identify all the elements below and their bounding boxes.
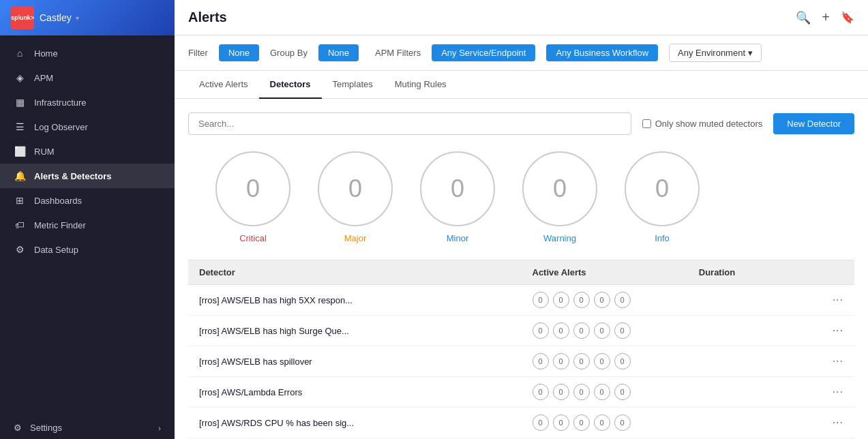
rum-icon: ⬜ [14,145,26,157]
alert-circle-4: 0 [594,414,610,431]
circle-critical: 0 Critical [202,151,304,243]
sidebar-item-dashboards-label: Dashboards [34,196,82,206]
detector-name[interactable]: [rros] AWS/ELB has spillover [188,350,522,374]
page-title: Alerts [188,10,227,25]
data-setup-icon: ⚙ [14,243,26,256]
alert-circle-1: 0 [533,384,549,400]
search-input-wrap [188,112,631,135]
minor-count: 0 [451,175,464,203]
alert-circle-1: 0 [533,292,549,308]
filter-none-button[interactable]: None [219,44,259,61]
sidebar-item-home-label: Home [34,48,58,59]
tab-detectors[interactable]: Detectors [259,71,322,99]
row-actions: ··· [688,318,854,344]
major-circle[interactable]: 0 [318,151,393,226]
group-by-none-button[interactable]: None [318,44,359,61]
sidebar-item-home[interactable]: ⌂ Home [0,41,175,65]
user-menu[interactable]: Castley ▾ [40,12,79,23]
sidebar-item-data-setup[interactable]: ⚙ Data Setup [0,237,175,262]
sidebar-nav: ⌂ Home ◈ APM ▦ Infrastructure ☰ Log Obse… [0,35,175,417]
table-row: [rros] AWS/Lambda Errors 0 0 0 0 0 ··· [188,377,854,408]
minor-label[interactable]: Minor [447,233,469,243]
row-more-button[interactable]: ··· [833,294,843,306]
sidebar-settings[interactable]: ⚙ Settings › [0,417,175,439]
group-by-label: Group By [270,48,308,58]
row-actions: ··· [688,348,854,374]
muted-detectors-checkbox-label[interactable]: Only show muted detectors [642,119,763,129]
detector-name[interactable]: [rros] AWS/Lambda Errors [188,380,522,404]
add-icon[interactable]: + [822,10,830,25]
apm-filters-label: APM Filters [375,48,421,58]
row-actions: ··· [688,410,854,436]
major-count: 0 [348,175,362,203]
main-content: Alerts 🔍 + 🔖 Filter None Group By None A… [175,0,868,439]
alerts-icon: 🔔 [14,170,26,182]
apm-icon: ◈ [14,72,26,84]
minor-circle[interactable]: 0 [420,151,495,226]
home-icon: ⌂ [14,47,26,59]
muted-detectors-checkbox[interactable] [642,119,651,128]
metric-finder-icon: 🏷 [14,219,26,231]
detector-name[interactable]: [rros] AWS/ELB has high Surge Que... [188,319,522,343]
alert-circle-5: 0 [614,384,631,400]
info-label[interactable]: Info [655,233,670,243]
circle-major: 0 Major [304,151,406,243]
environment-button[interactable]: Any Environment ▾ [669,44,762,62]
alert-circle-5: 0 [614,353,631,369]
sidebar-item-dashboards[interactable]: ⊞ Dashboards [0,188,175,213]
environment-label: Any Environment [678,48,745,58]
warning-circle[interactable]: 0 [522,151,597,226]
info-circle[interactable]: 0 [625,151,700,226]
topbar-actions: 🔍 + 🔖 [796,10,854,25]
critical-circle[interactable]: 0 [215,151,290,226]
sidebar-item-alerts-label: Alerts & Detectors [34,171,111,181]
alerts-cell: 0 0 0 0 0 [522,346,688,376]
sidebar-item-rum[interactable]: ⬜ RUM [0,139,175,164]
alert-circle-5: 0 [614,322,631,339]
bookmark-icon[interactable]: 🔖 [841,11,854,24]
business-workflow-button[interactable]: Any Business Workflow [546,44,658,61]
alert-circle-5: 0 [614,292,631,308]
sidebar-item-data-setup-label: Data Setup [34,245,78,255]
search-input[interactable] [188,112,631,135]
sidebar-item-log-observer[interactable]: ☰ Log Observer [0,115,175,139]
new-detector-button[interactable]: New Detector [773,113,854,134]
row-more-button[interactable]: ··· [833,417,843,429]
search-icon[interactable]: 🔍 [796,10,811,25]
th-detector: Detector [188,260,522,284]
critical-count: 0 [246,175,260,203]
row-more-button[interactable]: ··· [833,324,843,337]
warning-label[interactable]: Warning [543,233,576,243]
sidebar-item-alerts-detectors[interactable]: 🔔 Alerts & Detectors [0,164,175,188]
alerts-cell: 0 0 0 0 0 [522,377,688,407]
table-row: [rros] AWS/RDS CPU % has been sig... 0 0… [188,408,854,438]
row-more-button[interactable]: ··· [833,355,843,367]
tab-muting-rules[interactable]: Muting Rules [384,71,458,99]
warning-count: 0 [553,175,567,203]
alert-circle-3: 0 [573,292,590,308]
detector-name[interactable]: [rros] AWS/ELB has high 5XX respon... [188,288,522,312]
sidebar-item-infrastructure[interactable]: ▦ Infrastructure [0,90,175,115]
alert-circle-4: 0 [594,353,610,369]
tab-active-alerts[interactable]: Active Alerts [188,71,259,99]
settings-chevron-icon: › [158,424,161,432]
major-label[interactable]: Major [344,233,367,243]
settings-label: Settings [30,423,62,433]
muted-detectors-label: Only show muted detectors [655,119,763,129]
service-endpoint-button[interactable]: Any Service/Endpoint [432,44,535,61]
search-row: Only show muted detectors New Detector [188,112,854,135]
sidebar-item-rum-label: RUM [34,147,55,157]
alert-circle-3: 0 [573,384,590,400]
alert-circle-2: 0 [553,353,569,369]
filter-bar: Filter None Group By None APM Filters An… [175,35,868,71]
row-more-button[interactable]: ··· [833,386,843,398]
alert-circle-2: 0 [553,322,569,339]
dashboards-icon: ⊞ [14,194,26,207]
alert-circle-4: 0 [594,292,610,308]
critical-label[interactable]: Critical [239,233,267,243]
detector-name[interactable]: [rros] AWS/RDS CPU % has been sig... [188,411,522,435]
tab-templates[interactable]: Templates [322,71,384,99]
alerts-cell: 0 0 0 0 0 [522,285,688,315]
sidebar-item-metric-finder[interactable]: 🏷 Metric Finder [0,213,175,237]
sidebar-item-apm[interactable]: ◈ APM [0,65,175,90]
